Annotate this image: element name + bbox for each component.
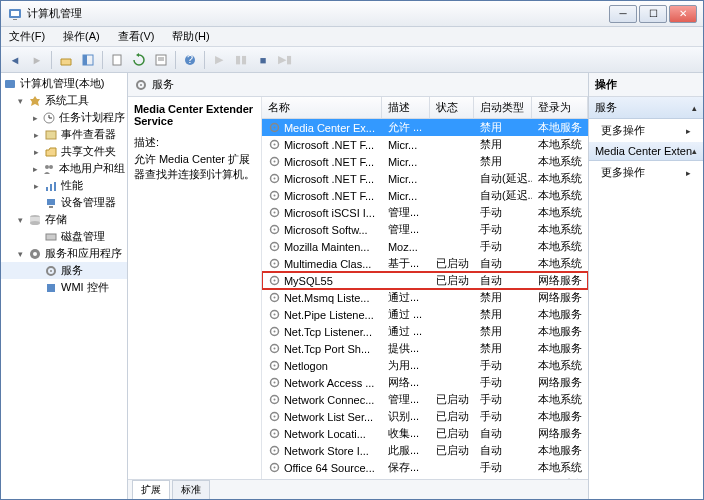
service-row[interactable]: Microsoft .NET F...Micr...禁用本地系统 [262,136,588,153]
service-row[interactable]: Media Center Ex...允许 ...禁用本地服务 [262,119,588,136]
tab-extended[interactable]: 扩展 [132,480,170,499]
service-icon [268,291,281,304]
tree-performance[interactable]: ▸性能 [1,177,127,194]
tree-shared-folders[interactable]: ▸共享文件夹 [1,143,127,160]
tree-services-apps[interactable]: ▾服务和应用程序 [1,245,127,262]
col-description[interactable]: 描述 [382,97,430,118]
tree-wmi[interactable]: WMI 控件 [1,279,127,296]
services-rows[interactable]: Media Center Ex...允许 ...禁用本地服务Microsoft … [262,119,588,479]
expand-icon[interactable]: ▸ [31,129,42,140]
cell-logon: 本地系统 [532,137,588,152]
menu-view[interactable]: 查看(V) [114,27,159,46]
maximize-button[interactable]: ☐ [639,5,667,23]
actions-selected-section[interactable]: Media Center Extender S...▴ [589,142,703,161]
services-list: 名称 描述 状态 启动类型 登录为 Media Center Ex...允许 .… [262,97,588,479]
col-name[interactable]: 名称 [262,97,382,118]
service-row[interactable]: Microsoft Softw...管理...手动本地系统 [262,221,588,238]
menu-help[interactable]: 帮助(H) [168,27,213,46]
service-row[interactable]: MySQL55已启动自动网络服务 [262,272,588,289]
service-row[interactable]: Net.Msmq Liste...通过...禁用网络服务 [262,289,588,306]
collapse-icon[interactable]: ▾ [15,95,26,106]
cell-name: Net.Msmq Liste... [262,291,382,304]
cell-desc: 此服... [382,443,430,458]
service-icon [268,342,281,355]
tree-root[interactable]: 计算机管理(本地) [1,75,127,92]
tree-services[interactable]: 服务 [1,262,127,279]
pause-service-button[interactable]: ▮▮ [231,50,251,70]
cell-desc: 管理... [382,222,430,237]
actions-more-link-2[interactable]: 更多操作▸ [589,161,703,184]
properties-button[interactable] [151,50,171,70]
cell-logon: 本地服务 [532,409,588,424]
service-row[interactable]: Microsoft iSCSI I...管理...手动本地系统 [262,204,588,221]
service-row[interactable]: Network List Ser...识别...已启动手动本地服务 [262,408,588,425]
restart-service-button[interactable]: ▶▮ [275,50,295,70]
cell-startup: 自动 [474,426,532,441]
col-status[interactable]: 状态 [430,97,474,118]
cell-startup: 自动 [474,443,532,458]
collapse-icon[interactable]: ▾ [15,248,26,259]
collapse-icon[interactable]: ▾ [15,214,26,225]
svg-rect-21 [47,199,55,205]
cell-logon: 网络服务 [532,290,588,305]
service-row[interactable]: Network Connec...管理...已启动手动本地系统 [262,391,588,408]
refresh-button[interactable] [129,50,149,70]
help-button[interactable]: ? [180,50,200,70]
service-icon [268,274,281,287]
cell-startup: 自动(延迟... [474,188,532,203]
tree-storage[interactable]: ▾存储 [1,211,127,228]
expand-icon[interactable]: ▸ [31,180,42,191]
cell-logon: 本地服务 [532,443,588,458]
back-button[interactable]: ◄ [5,50,25,70]
cell-logon: 本地系统 [532,188,588,203]
tree-local-users[interactable]: ▸本地用户和组 [1,160,127,177]
expand-icon[interactable]: ▸ [31,146,42,157]
service-row[interactable]: Net.Tcp Port Sh...提供...禁用本地服务 [262,340,588,357]
service-row[interactable]: Network Locati...收集...已启动自动网络服务 [262,425,588,442]
service-row[interactable]: Microsoft .NET F...Micr...自动(延迟...本地系统 [262,170,588,187]
forward-button[interactable]: ► [27,50,47,70]
export-button[interactable] [107,50,127,70]
tree-task-scheduler[interactable]: ▸任务计划程序 [1,109,127,126]
up-button[interactable] [56,50,76,70]
col-startup[interactable]: 启动类型 [474,97,532,118]
svg-point-69 [273,416,275,418]
service-row[interactable]: Microsoft .NET F...Micr...禁用本地系统 [262,153,588,170]
stop-service-button[interactable]: ■ [253,50,273,70]
cell-desc: 为用... [382,358,430,373]
service-row[interactable]: Network Store I...此服...已启动自动本地服务 [262,442,588,459]
menu-action[interactable]: 操作(A) [59,27,104,46]
expand-icon[interactable]: ▸ [31,163,40,174]
service-row[interactable]: Office 64 Source...保存...手动本地系统 [262,459,588,476]
svg-point-49 [273,246,275,248]
cell-startup: 手动 [474,222,532,237]
col-logon[interactable]: 登录为 [532,97,588,118]
service-row[interactable]: Microsoft .NET F...Micr...自动(延迟...本地系统 [262,187,588,204]
service-row[interactable]: Net.Pipe Listene...通过 ...禁用本地服务 [262,306,588,323]
svg-point-47 [273,229,275,231]
selected-service-title: Media Center Extender Service [134,103,255,127]
tree-system-tools[interactable]: ▾系统工具 [1,92,127,109]
service-row[interactable]: Network Access ...网络...手动网络服务 [262,374,588,391]
minimize-button[interactable]: ─ [609,5,637,23]
cell-logon: 本地服务 [532,307,588,322]
actions-services-section[interactable]: 服务▴ [589,97,703,119]
start-service-button[interactable]: ▶ [209,50,229,70]
svg-point-41 [273,178,275,180]
service-row[interactable]: Net.Tcp Listener...通过 ...禁用本地服务 [262,323,588,340]
svg-point-28 [33,252,37,256]
service-row[interactable]: Netlogon为用...手动本地系统 [262,357,588,374]
tab-standard[interactable]: 标准 [172,480,210,499]
menu-file[interactable]: 文件(F) [5,27,49,46]
expand-icon[interactable]: ▸ [31,112,40,123]
show-hide-button[interactable] [78,50,98,70]
actions-more-link[interactable]: 更多操作▸ [589,119,703,142]
chevron-up-icon: ▴ [692,146,697,156]
service-row[interactable]: Mozilla Mainten...Moz...手动本地系统 [262,238,588,255]
close-button[interactable]: ✕ [669,5,697,23]
tree-disk-management[interactable]: 磁盘管理 [1,228,127,245]
service-row[interactable]: Multimedia Clas...基于...已启动自动本地系统 [262,255,588,272]
svg-point-30 [50,270,52,272]
tree-device-manager[interactable]: 设备管理器 [1,194,127,211]
tree-event-viewer[interactable]: ▸事件查看器 [1,126,127,143]
